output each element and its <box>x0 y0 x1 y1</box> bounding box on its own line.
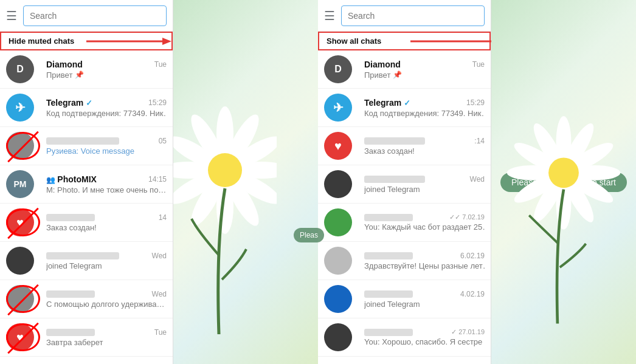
left-chat-time-telegram: 15:29 <box>148 98 167 107</box>
right-panel: Please select a chat to start <box>491 0 636 364</box>
left-chat-name-telegram: Telegram ✓ <box>46 98 92 108</box>
left-chat-item-diamond[interactable]: D Diamond Tue Привет 📌 <box>0 50 173 89</box>
center-blurred-name-order <box>364 137 425 145</box>
center-chat-time-thanks: ✓ 27.01.19 <box>451 328 485 336</box>
left-chat-item-joined1[interactable]: Wed joined Telegram <box>0 242 173 280</box>
center-avatar-thanks <box>324 323 352 351</box>
left-chat-preview-muted2: С помощью долгого удержива… <box>46 300 164 309</box>
center-chat-item-diamond[interactable]: D Diamond Tue Привет 📌 <box>318 50 491 89</box>
center-chat-item-order[interactable]: ♥ :14 Заказ создан! <box>318 127 491 165</box>
svg-point-31 <box>548 157 579 188</box>
center-avatar-price <box>324 247 352 275</box>
flower-background <box>173 0 277 364</box>
center-blurred-name-joined2 <box>364 176 425 183</box>
left-chat-name-photomix: 👥 PhotoMIX <box>46 174 97 184</box>
left-chat-preview-muted1: Рузиева: Voice message <box>46 146 134 156</box>
center-chat-time-price: 6.02.19 <box>460 252 485 260</box>
center-chat-time-order: :14 <box>474 137 485 145</box>
center-hamburger-icon[interactable]: ☰ <box>324 9 335 23</box>
center-blurred-name-price <box>364 252 413 259</box>
left-chat-item-photomix[interactable]: PM 👥 PhotoMIX 14:15 M: Photo. И мне тоже… <box>0 165 173 204</box>
group-icon-photomix: 👥 <box>46 176 57 184</box>
left-avatar-diamond: D <box>6 55 40 83</box>
center-chat-preview-joined3: joined Telegram <box>364 300 420 309</box>
center-search-input[interactable] <box>341 5 485 26</box>
center-chat-preview-diamond: Привет <box>364 70 390 80</box>
center-chat-name-telegram: Telegram ✓ <box>364 98 410 108</box>
center-panel: ☰ Show all chats D Diamond Tue Привет 📌 <box>318 0 491 364</box>
left-avatar-telegram: ✈ <box>6 94 34 122</box>
show-all-banner[interactable]: Show all chats <box>318 32 491 50</box>
left-header: ☰ <box>0 0 173 32</box>
center-chat-preview-telegram: Код подтверждения: 77349. Ник… <box>364 109 485 118</box>
center-chat-time-joined3: 4.02.19 <box>460 290 485 298</box>
left-chat-preview-order1: Заказ создан! <box>46 223 97 232</box>
left-blurred-name-muted3 <box>46 329 95 336</box>
pin-icon-diamond: 📌 <box>75 70 84 79</box>
left-chat-item-order1[interactable]: ♥ 14 Заказ создан! <box>0 204 173 242</box>
left-avatar-photomix: PM <box>6 170 34 198</box>
center-chat-list: D Diamond Tue Привет 📌 ✈ <box>318 50 491 364</box>
left-chat-item-muted1[interactable]: 05 Рузиева: Voice message <box>0 127 173 165</box>
center-chat-item-price[interactable]: 6.02.19 Здравствуйте! Цены разные лет… <box>318 242 491 280</box>
center-chat-preview-bot: You: Каждый час бот раздает 25… <box>364 222 485 232</box>
left-chat-item-muted3[interactable]: ♥ Tue Завтра заберет <box>0 318 173 357</box>
left-blurred-name-muted1 <box>46 137 119 145</box>
left-hamburger-icon[interactable]: ☰ <box>6 9 17 23</box>
center-chat-preview-joined2: joined Telegram <box>364 185 420 194</box>
left-search-input[interactable] <box>23 5 167 26</box>
center-chat-preview-order: Заказ создан! <box>364 146 415 156</box>
left-avatar-muted1 <box>6 132 34 160</box>
left-chat-preview-telegram: Код подтверждения: 77349. Ник… <box>46 109 167 118</box>
svg-marker-1 <box>162 38 171 45</box>
center-chat-name-diamond: Diamond <box>364 60 401 69</box>
show-all-label: Show all chats <box>327 36 381 46</box>
left-chat-preview-muted3: Завтра заберет <box>46 338 103 347</box>
center-chat-item-thanks[interactable]: ✓ 27.01.19 You: Хорошо, спасибо. Я сестр… <box>318 318 491 357</box>
center-blurred-name-thanks <box>364 329 413 336</box>
left-chat-time-joined1: Wed <box>152 252 167 260</box>
left-chat-item-telegram[interactable]: ✈ Telegram ✓ 15:29 Код подтверждения: 77… <box>0 89 173 127</box>
svg-point-15 <box>208 153 242 187</box>
left-blurred-name-muted2 <box>46 290 95 298</box>
left-chat-preview-diamond: Привет <box>46 70 72 80</box>
please-select-left: Pleas <box>294 228 324 242</box>
left-chat-name-diamond: Diamond <box>46 60 83 69</box>
left-panel: ☰ Hide muted chats D Diamond Tue Привет … <box>0 0 173 364</box>
center-chat-item-joined2[interactable]: Wed joined Telegram <box>318 165 491 204</box>
hide-muted-label: Hide muted chats <box>9 36 74 46</box>
left-chat-list: D Diamond Tue Привет 📌 ✈ <box>0 50 173 364</box>
left-chat-item-muted2[interactable]: Wed С помощью долгого удержива… <box>0 280 173 318</box>
center-chat-item-telegram[interactable]: ✈ Telegram ✓ 15:29 Код подтверждения: 77… <box>318 89 491 127</box>
verified-badge-center-telegram: ✓ <box>404 98 410 108</box>
center-blurred-name-joined3 <box>364 290 413 298</box>
center-chat-time-joined2: Wed <box>470 175 485 184</box>
center-chat-preview-price: Здравствуйте! Цены разные лет… <box>364 261 485 270</box>
center-avatar-order: ♥ <box>324 132 352 160</box>
pin-icon-center-diamond: 📌 <box>393 70 402 79</box>
left-blurred-name-order1 <box>46 214 95 221</box>
left-avatar-muted3: ♥ <box>6 323 34 351</box>
left-chat-preview-photomix: M: Photo. И мне тоже очень по… <box>46 185 166 194</box>
left-chat-preview-joined1: joined Telegram <box>46 261 102 270</box>
center-chat-item-joined3[interactable]: 4.02.19 joined Telegram <box>318 280 491 318</box>
left-chat-time-muted3: Tue <box>154 328 167 337</box>
left-chat-time-diamond: Tue <box>154 60 167 69</box>
center-chat-time-bot: ✓✓ 7.02.19 <box>449 213 485 221</box>
left-chat-time-order1: 14 <box>159 213 167 222</box>
center-chat-preview-thanks: You: Хорошо, спасибо. Я сестре … <box>364 337 485 346</box>
right-flower-background <box>491 0 636 364</box>
center-chat-time-diamond: Tue <box>472 60 485 69</box>
middle-content: Pleas <box>173 0 318 364</box>
center-chat-time-telegram: 15:29 <box>466 98 485 107</box>
left-avatar-muted2 <box>6 285 34 313</box>
verified-badge-telegram: ✓ <box>86 98 92 108</box>
center-avatar-bot <box>324 208 352 236</box>
center-header: ☰ <box>318 0 491 32</box>
left-avatar-joined1 <box>6 247 34 275</box>
left-arrow-decoration <box>86 35 178 47</box>
center-chat-item-bot[interactable]: ✓✓ 7.02.19 You: Каждый час бот раздает 2… <box>318 204 491 242</box>
left-chat-time-photomix: 14:15 <box>148 175 167 184</box>
left-chat-time-muted1: 05 <box>159 137 167 145</box>
hide-muted-banner[interactable]: Hide muted chats <box>0 32 173 50</box>
